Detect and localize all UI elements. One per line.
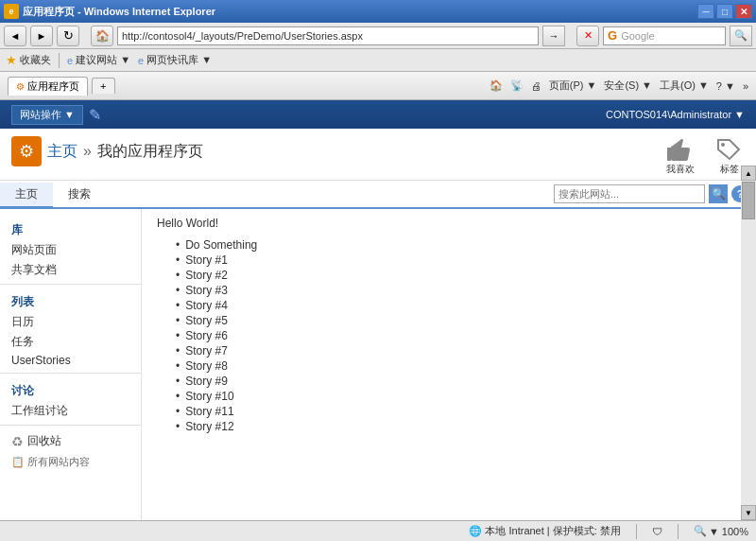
- safety-menu[interactable]: 安全(S) ▼: [604, 79, 652, 93]
- page-actions: 我喜欢 标签: [665, 136, 745, 176]
- tab-search[interactable]: 搜索: [53, 183, 106, 208]
- tab-label: 应用程序页: [27, 80, 79, 92]
- address-field[interactable]: http://contosol4/_layouts/PreDemo/UserSt…: [117, 26, 539, 45]
- tab-nav: 主页 搜索 🔍 ?: [0, 181, 756, 209]
- list-item-story-1: Story #1: [176, 253, 741, 268]
- sp-topbar-left: 网站操作 ▼ ✎: [11, 105, 606, 125]
- tab-home-label: 主页: [15, 187, 38, 201]
- window-controls[interactable]: ─ □ ✕: [697, 4, 752, 19]
- list-item-story-12: Story #12: [176, 419, 741, 434]
- breadcrumb: ⚙ 主页 » 我的应用程序页: [11, 136, 203, 166]
- like-label: 我喜欢: [666, 163, 695, 176]
- sp-topbar: 网站操作 ▼ ✎ CONTOS014\Administrator ▼: [0, 100, 756, 129]
- google-icon: G: [608, 28, 617, 43]
- print-button[interactable]: 🖨: [531, 80, 541, 92]
- rss-icon: 📡: [510, 79, 524, 92]
- home-button[interactable]: 🏠: [490, 79, 503, 92]
- suggest-label: 建议网站 ▼: [76, 53, 130, 67]
- more-button[interactable]: »: [743, 80, 748, 92]
- scroll-thumb[interactable]: [742, 182, 755, 219]
- sidebar-item-shared-docs[interactable]: 共享文档: [0, 260, 141, 280]
- forward-button[interactable]: ►: [30, 26, 53, 46]
- sidebar-item-recycle[interactable]: ♻ 回收站: [0, 429, 141, 453]
- tab-nav-left: 主页 搜索: [0, 183, 106, 206]
- zoom-control[interactable]: 🔍 ▼ 100%: [694, 525, 748, 537]
- safety-status: 🛡: [652, 526, 662, 537]
- status-bar: 🌐 本地 Intranet | 保护模式: 禁用 🛡 🔍 ▼ 100%: [0, 520, 756, 541]
- star-icon: ★: [6, 53, 17, 67]
- sidebar: 库 网站页面 共享文档 列表 日历 任务 UserStories 讨论 工作组讨…: [0, 209, 142, 532]
- sidebar-divider-2: [0, 373, 141, 374]
- title-bar: e 应用程序页 - Windows Internet Explorer ─ □ …: [0, 0, 756, 23]
- svg-point-1: [721, 143, 725, 147]
- tab-icon: ⚙: [16, 81, 25, 92]
- status-right: 🌐 本地 Intranet | 保护模式: 禁用 🛡 🔍 ▼ 100%: [469, 524, 748, 539]
- tag-label: 标签: [720, 163, 739, 176]
- page-title-area: ⚙ 主页 » 我的应用程序页 我喜欢 标签: [0, 129, 756, 181]
- ie-toolbar: ⚙ 应用程序页 + 🏠 📡 🖨 页面(P) ▼ 安全(S) ▼ 工具(O) ▼ …: [0, 72, 756, 100]
- gear-icon: ⚙: [19, 141, 34, 162]
- user-menu[interactable]: CONTOS014\Administrator ▼: [606, 109, 745, 120]
- sidebar-item-workgroup[interactable]: 工作组讨论: [0, 401, 141, 421]
- quicktabs-button[interactable]: e 网页快讯库 ▼: [138, 53, 212, 67]
- stop-button[interactable]: ✕: [576, 26, 599, 46]
- current-tab[interactable]: ⚙ 应用程序页: [8, 77, 88, 96]
- scroll-down-button[interactable]: ▼: [741, 505, 756, 520]
- breadcrumb-home[interactable]: 主页: [47, 142, 77, 162]
- refresh-button[interactable]: ↻: [57, 26, 79, 46]
- feeds-button[interactable]: 📡: [510, 79, 524, 92]
- sidebar-divider-3: [0, 425, 141, 426]
- tab-search-label: 搜索: [68, 187, 91, 201]
- list-item-story-11: Story #11: [176, 404, 741, 419]
- back-button[interactable]: ◄: [4, 26, 26, 46]
- sidebar-section-discuss: 讨论: [0, 377, 141, 401]
- minimize-button[interactable]: ─: [697, 4, 714, 19]
- sidebar-item-all-content[interactable]: 📋 所有网站内容: [0, 453, 141, 471]
- vertical-scrollbar[interactable]: ▲ ▼: [741, 166, 756, 520]
- favorites-label: 收藏夹: [20, 53, 51, 67]
- scroll-up-button[interactable]: ▲: [741, 166, 756, 181]
- sidebar-item-tasks[interactable]: 任务: [0, 332, 141, 352]
- url-text: http://contosol4/_layouts/PreDemo/UserSt…: [122, 30, 363, 42]
- help-menu[interactable]: ? ▼: [716, 80, 735, 92]
- new-tab-button[interactable]: +: [92, 78, 114, 94]
- list-item-story-3: Story #3: [176, 283, 741, 298]
- list-item-story-4: Story #4: [176, 298, 741, 313]
- sidebar-section-library: 库: [0, 217, 141, 240]
- list-item-do-something: Do Something: [176, 237, 741, 253]
- edit-icon[interactable]: ✎: [89, 106, 101, 124]
- tab-home[interactable]: 主页: [0, 183, 53, 208]
- close-button[interactable]: ✕: [735, 4, 752, 19]
- page-menu[interactable]: 页面(P) ▼: [549, 79, 597, 93]
- tools-menu[interactable]: 工具(O) ▼: [660, 79, 709, 93]
- site-search-input[interactable]: [554, 184, 705, 203]
- sidebar-item-calendar[interactable]: 日历: [0, 312, 141, 332]
- like-button[interactable]: 我喜欢: [665, 136, 696, 176]
- search-field[interactable]: G Google: [603, 26, 726, 45]
- user-name: CONTOS014\Administrator ▼: [606, 109, 745, 120]
- sidebar-item-userstories[interactable]: UserStories: [0, 352, 141, 369]
- home-icon[interactable]: 🏠: [91, 26, 113, 46]
- ie-suggest-icon: e: [67, 55, 73, 66]
- quicktabs-label: 网页快讯库 ▼: [146, 53, 212, 67]
- favorites-bar: ★ 收藏夹 e 建议网站 ▼ e 网页快讯库 ▼: [0, 49, 756, 72]
- search-placeholder: Google: [621, 30, 654, 42]
- toolbar-right: 🏠 📡 🖨 页面(P) ▼ 安全(S) ▼ 工具(O) ▼ ? ▼ »: [490, 79, 748, 93]
- suggest-site-button[interactable]: e 建议网站 ▼: [67, 53, 130, 67]
- svg-rect-0: [667, 148, 671, 161]
- ie-quick-icon: e: [138, 55, 144, 66]
- page-title: 我的应用程序页: [97, 142, 203, 162]
- sidebar-divider-1: [0, 284, 141, 285]
- sidebar-item-site-pages[interactable]: 网站页面: [0, 240, 141, 260]
- list-item-story-7: Story #7: [176, 343, 741, 358]
- favorites-button[interactable]: ★ 收藏夹: [6, 53, 51, 67]
- maximize-button[interactable]: □: [716, 4, 733, 19]
- go-button[interactable]: →: [542, 26, 565, 46]
- stories-list: Do Something Story #1 Story #2 Story #3 …: [157, 237, 741, 434]
- site-search-button[interactable]: 🔍: [709, 184, 728, 203]
- search-go-button[interactable]: 🔍: [730, 26, 752, 46]
- list-item-story-6: Story #6: [176, 328, 741, 343]
- recycle-label: 回收站: [27, 433, 61, 449]
- site-actions-menu[interactable]: 网站操作 ▼: [11, 105, 83, 125]
- list-icon: 📋: [11, 456, 25, 467]
